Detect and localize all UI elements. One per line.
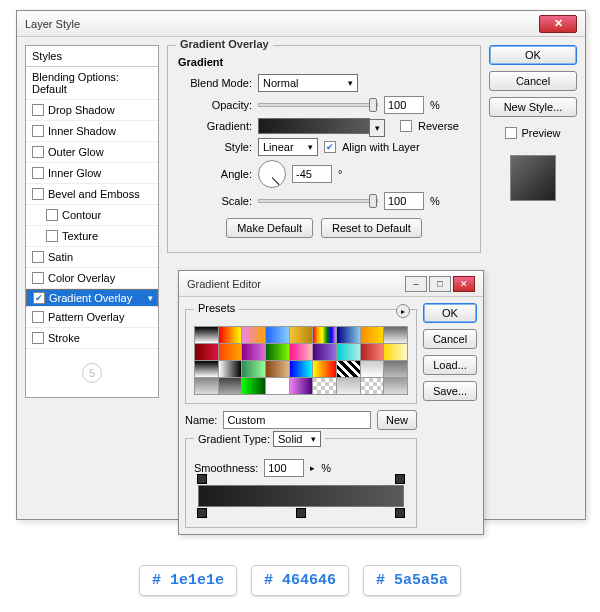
preset-swatch[interactable] (361, 378, 384, 394)
new-button[interactable]: New (377, 410, 417, 430)
preset-swatch[interactable] (195, 344, 218, 360)
new-style-button[interactable]: New Style... (489, 97, 577, 117)
style-drop-shadow[interactable]: Drop Shadow (26, 100, 158, 121)
style-bevel-and-emboss[interactable]: Bevel and Emboss (26, 184, 158, 205)
preset-swatch[interactable] (384, 344, 407, 360)
gtype-select[interactable]: Solid (273, 431, 321, 447)
style-stroke[interactable]: Stroke (26, 328, 158, 349)
style-texture[interactable]: Texture (26, 226, 158, 247)
opacity-stop[interactable] (197, 474, 207, 484)
style-checkbox[interactable]: ✔ (33, 292, 45, 304)
color-stop[interactable] (395, 508, 405, 518)
preset-swatch[interactable] (361, 361, 384, 377)
style-pattern-overlay[interactable]: Pattern Overlay (26, 307, 158, 328)
preset-swatch[interactable] (219, 327, 242, 343)
angle-dial[interactable] (258, 160, 286, 188)
style-gradient-overlay[interactable]: ✔Gradient Overlay (26, 289, 158, 307)
preset-swatch[interactable] (313, 344, 336, 360)
minimize-icon[interactable]: – (405, 276, 427, 292)
gradient-bar[interactable] (198, 485, 404, 507)
scale-slider[interactable] (258, 199, 378, 203)
preset-swatch[interactable] (337, 361, 360, 377)
preset-swatch[interactable] (242, 327, 265, 343)
style-select[interactable]: Linear (258, 138, 318, 156)
blend-mode-select[interactable]: Normal (258, 74, 358, 92)
preset-swatch[interactable] (313, 378, 336, 394)
style-checkbox[interactable] (46, 209, 58, 221)
preset-swatch[interactable] (242, 344, 265, 360)
style-checkbox[interactable] (32, 104, 44, 116)
style-checkbox[interactable] (32, 125, 44, 137)
style-checkbox[interactable] (32, 332, 44, 344)
preview-checkbox[interactable] (505, 127, 517, 139)
preset-swatch[interactable] (266, 378, 289, 394)
color-stop[interactable] (197, 508, 207, 518)
opacity-slider[interactable] (258, 103, 378, 107)
preset-swatch[interactable] (195, 327, 218, 343)
preset-swatch[interactable] (337, 378, 360, 394)
preset-swatch[interactable] (384, 378, 407, 394)
angle-input[interactable]: -45 (292, 165, 332, 183)
presets-menu-icon[interactable]: ▸ (396, 304, 410, 318)
preset-grid[interactable] (194, 326, 408, 395)
style-checkbox[interactable] (46, 230, 58, 242)
style-inner-glow[interactable]: Inner Glow (26, 163, 158, 184)
cancel-button[interactable]: Cancel (489, 71, 577, 91)
name-input[interactable]: Custom (223, 411, 371, 429)
style-satin[interactable]: Satin (26, 247, 158, 268)
close-icon[interactable]: ✕ (453, 276, 475, 292)
preset-swatch[interactable] (313, 327, 336, 343)
preset-swatch[interactable] (290, 344, 313, 360)
reverse-checkbox[interactable] (400, 120, 412, 132)
preset-swatch[interactable] (384, 361, 407, 377)
preset-swatch[interactable] (290, 361, 313, 377)
smoothness-input[interactable]: 100 (264, 459, 304, 477)
style-checkbox[interactable] (32, 167, 44, 179)
gradient-picker[interactable] (258, 118, 370, 134)
preset-swatch[interactable] (242, 361, 265, 377)
ok-button[interactable]: OK (489, 45, 577, 65)
color-stop[interactable] (296, 508, 306, 518)
styles-header[interactable]: Styles (26, 46, 158, 67)
preset-swatch[interactable] (219, 378, 242, 394)
style-color-overlay[interactable]: Color Overlay (26, 268, 158, 289)
close-icon[interactable]: ✕ (539, 15, 577, 33)
preset-swatch[interactable] (219, 361, 242, 377)
style-checkbox[interactable] (32, 272, 44, 284)
style-checkbox[interactable] (32, 146, 44, 158)
style-checkbox[interactable] (32, 251, 44, 263)
preset-swatch[interactable] (384, 327, 407, 343)
make-default-button[interactable]: Make Default (226, 218, 313, 238)
style-checkbox[interactable] (32, 188, 44, 200)
style-checkbox[interactable] (32, 311, 44, 323)
preset-swatch[interactable] (195, 361, 218, 377)
preset-swatch[interactable] (361, 344, 384, 360)
preset-swatch[interactable] (290, 378, 313, 394)
ge-cancel-button[interactable]: Cancel (423, 329, 477, 349)
style-label: Contour (62, 209, 101, 221)
scale-input[interactable]: 100 (384, 192, 424, 210)
preset-swatch[interactable] (290, 327, 313, 343)
style-contour[interactable]: Contour (26, 205, 158, 226)
maximize-icon[interactable]: □ (429, 276, 451, 292)
opacity-input[interactable]: 100 (384, 96, 424, 114)
preset-swatch[interactable] (337, 327, 360, 343)
blending-options[interactable]: Blending Options: Default (26, 67, 158, 100)
ge-ok-button[interactable]: OK (423, 303, 477, 323)
opacity-stop[interactable] (395, 474, 405, 484)
preset-swatch[interactable] (195, 378, 218, 394)
preset-swatch[interactable] (266, 361, 289, 377)
style-inner-shadow[interactable]: Inner Shadow (26, 121, 158, 142)
preset-swatch[interactable] (337, 344, 360, 360)
preset-swatch[interactable] (361, 327, 384, 343)
reset-default-button[interactable]: Reset to Default (321, 218, 422, 238)
save-button[interactable]: Save... (423, 381, 477, 401)
preset-swatch[interactable] (219, 344, 242, 360)
align-checkbox[interactable]: ✔ (324, 141, 336, 153)
preset-swatch[interactable] (242, 378, 265, 394)
style-outer-glow[interactable]: Outer Glow (26, 142, 158, 163)
preset-swatch[interactable] (313, 361, 336, 377)
preset-swatch[interactable] (266, 344, 289, 360)
load-button[interactable]: Load... (423, 355, 477, 375)
preset-swatch[interactable] (266, 327, 289, 343)
